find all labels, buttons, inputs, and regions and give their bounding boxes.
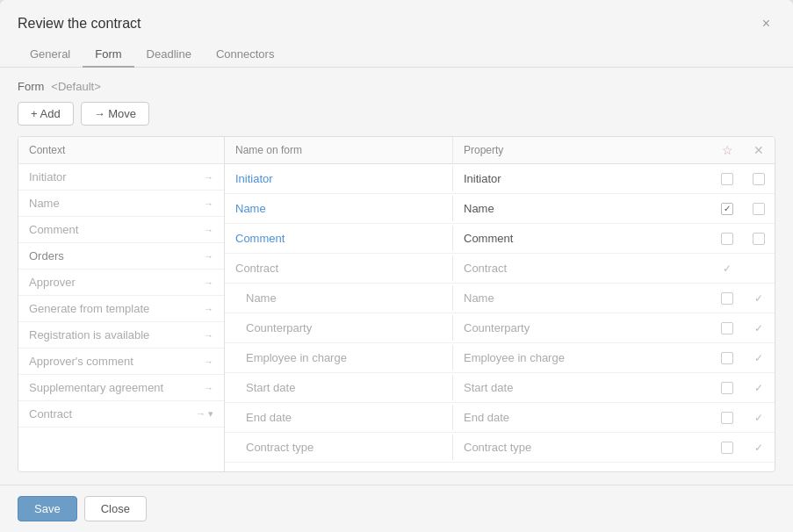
cell-star-check[interactable] [711, 442, 743, 454]
cell-property: Employee in charge [453, 345, 711, 370]
cell-star-check[interactable] [711, 173, 743, 185]
remove-checkbox[interactable] [753, 412, 765, 424]
remove-checkbox[interactable] [753, 322, 765, 334]
cell-remove-check[interactable] [743, 322, 775, 334]
cell-name: Name [225, 285, 453, 311]
add-button[interactable]: + Add [18, 102, 74, 126]
context-item-registration[interactable]: Registration is available → [18, 322, 224, 349]
context-item-label: Name [29, 197, 60, 210]
cell-star-check[interactable] [711, 322, 743, 334]
tab-general[interactable]: General [18, 42, 83, 68]
context-item-label: Initiator [29, 170, 67, 183]
arrow-icon: → [204, 383, 213, 393]
context-item-generate[interactable]: Generate from template → [18, 296, 224, 322]
context-item-label: Comment [29, 223, 78, 236]
star-checkbox[interactable] [721, 203, 733, 215]
cell-star-check[interactable] [711, 203, 743, 215]
save-button[interactable]: Save [18, 496, 77, 521]
star-checkbox[interactable] [721, 412, 733, 424]
cell-star-check[interactable]: ✓ [711, 262, 743, 275]
cell-property: Contract [453, 255, 711, 281]
move-button[interactable]: → Move [81, 102, 149, 126]
cell-property: Name [453, 196, 711, 221]
context-item-approver-comment[interactable]: Approver's comment → [18, 349, 224, 375]
star-checkbox[interactable] [721, 322, 733, 334]
context-item-label: Generate from template [29, 302, 149, 315]
cell-remove-check[interactable] [743, 412, 775, 424]
remove-checkbox[interactable] [753, 382, 765, 394]
remove-checkbox[interactable] [753, 352, 765, 364]
remove-checkbox[interactable] [753, 442, 765, 454]
cell-star-check[interactable] [711, 352, 743, 364]
arrow-icon: → [204, 330, 213, 341]
dialog-close-button[interactable]: × [757, 14, 775, 33]
star-checkbox[interactable] [721, 233, 733, 245]
arrow-icon: → [204, 198, 213, 209]
remove-checkbox[interactable] [753, 203, 765, 215]
cell-remove-check[interactable] [743, 442, 775, 454]
toolbar: + Add → Move [18, 102, 775, 126]
form-default-tag: <Default> [51, 80, 100, 93]
table-row: Name Name [225, 194, 775, 224]
cell-star-check[interactable] [711, 412, 743, 424]
cell-name: Name [225, 196, 453, 221]
cell-name: Counterparty [225, 315, 453, 341]
cell-remove-check[interactable] [743, 203, 775, 215]
star-icon: ☆ [722, 143, 733, 157]
col-header-property: Property [453, 137, 711, 163]
dialog-header: Review the contract × [0, 0, 793, 33]
context-item-comment[interactable]: Comment → [18, 217, 224, 243]
context-item-contract[interactable]: Contract → ▾ [18, 401, 224, 428]
cell-star-check[interactable] [711, 233, 743, 245]
context-item-label: Contract [29, 407, 72, 421]
context-item-approver[interactable]: Approver → [18, 270, 224, 296]
cell-remove-check[interactable] [743, 292, 775, 305]
context-item-initiator[interactable]: Initiator → [18, 164, 224, 191]
context-item-orders[interactable]: Orders → [18, 243, 224, 270]
table-row: Counterparty Counterparty [225, 313, 775, 343]
cell-name: Initiator [225, 166, 453, 191]
table-row: Start date Start date [225, 373, 775, 403]
cell-remove-check[interactable] [743, 233, 775, 245]
star-checkbox[interactable] [721, 382, 733, 394]
close-button[interactable]: Close [84, 496, 147, 521]
right-panel-scroll: Initiator Initiator Name Name [225, 164, 775, 471]
star-checkbox[interactable] [721, 292, 733, 305]
table-row: Contract type Contract type [225, 433, 775, 463]
context-item-name[interactable]: Name → [18, 191, 224, 217]
cell-name: Contract [225, 255, 453, 281]
tab-deadline[interactable]: Deadline [134, 42, 204, 68]
cell-star-check[interactable] [711, 382, 743, 394]
cell-property: Counterparty [453, 315, 711, 341]
star-checkbox[interactable] [721, 442, 733, 454]
context-item-label: Approver's comment [29, 355, 133, 368]
dialog-title: Review the contract [18, 16, 141, 32]
table-row: Initiator Initiator [225, 164, 775, 194]
remove-checkbox[interactable] [753, 292, 765, 305]
tab-connectors[interactable]: Connectors [204, 42, 286, 68]
right-panel-header: Name on form Property ☆ ✕ [225, 137, 775, 164]
tab-form[interactable]: Form [83, 42, 133, 68]
left-panel: Context Initiator → Name → Comment → [18, 137, 225, 471]
arrow-icon: → ▾ [196, 408, 213, 420]
star-checkbox[interactable] [721, 173, 733, 185]
form-label: Form [18, 80, 44, 93]
dialog-footer: Save Close [0, 485, 793, 532]
cell-remove-check[interactable] [743, 352, 775, 364]
context-item-label: Approver [29, 276, 76, 289]
star-checkbox[interactable] [721, 352, 733, 364]
context-item-supplementary[interactable]: Supplementary agreement → [18, 375, 224, 401]
cell-remove-check[interactable] [743, 173, 775, 185]
left-panel-scroll: Initiator → Name → Comment → Orders → [18, 164, 224, 471]
col-header-name: Name on form [225, 137, 453, 163]
cell-name: Employee in charge [225, 345, 453, 370]
remove-checkbox[interactable] [753, 233, 765, 245]
cell-property: Comment [453, 226, 711, 251]
cell-remove-check[interactable] [743, 382, 775, 394]
remove-checkbox[interactable] [753, 173, 765, 185]
table-row: Employee in charge Employee in charge [225, 343, 775, 373]
tabs-bar: General Form Deadline Connectors [0, 33, 793, 68]
arrow-icon: → [204, 251, 213, 262]
cell-star-check[interactable] [711, 292, 743, 305]
arrow-icon: → [204, 277, 213, 288]
